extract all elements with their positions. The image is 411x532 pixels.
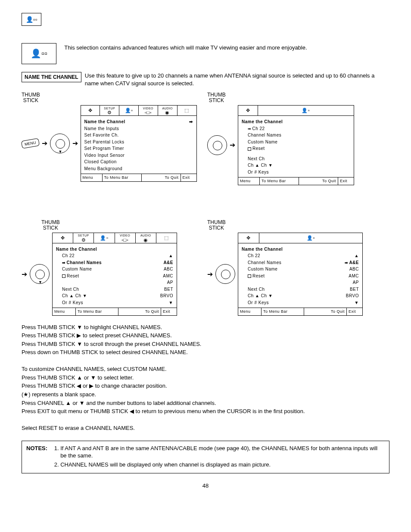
instruction-line: Press THUMB STICK ◀ or ▶ to change chara…: [22, 382, 389, 390]
menu-item: Ch 22: [62, 253, 75, 259]
instruction-line: Press down on THUMB STICK to select desi…: [22, 348, 389, 356]
arrow-right-icon: ➔: [42, 139, 47, 148]
menu-item[interactable]: Menu Background: [84, 166, 123, 172]
instruction-line: (★) represents a blank space.: [22, 391, 389, 398]
hint-text: Ch ▲ Ch ▼: [62, 293, 87, 299]
menu-screen-3: ✥ SETUP⚙ 👤▫ VIDEO▫□▫ AUDIO◉ ⬚ Name the C…: [52, 233, 177, 316]
menu-item[interactable]: Ch 22: [252, 126, 265, 131]
screen-title: Name the Channel: [84, 119, 125, 125]
hint-text: Ch ▲ Ch ▼: [248, 162, 273, 168]
screen-tabs: ✥ 👤▫: [238, 106, 354, 116]
arrow-right-icon: ➔: [72, 139, 78, 148]
instruction-line: Press THUMB STICK ▲ or ▼ to select lette…: [22, 374, 389, 382]
instruction-line: To customize CHANNEL NAMES, select CUSTO…: [22, 365, 389, 373]
thumb-stick-label: THUMBSTICK: [22, 92, 40, 103]
menu-screen-4: ✥ 👤▫ Name the Channel Ch 22▲ Channel Nam…: [238, 233, 363, 316]
menu-item[interactable]: Set Parental Locks: [84, 139, 125, 145]
reset-option[interactable]: Reset: [252, 146, 265, 151]
hint-text: Ch ▲ Ch ▼: [248, 293, 273, 299]
screen-footer: MenuTo Menu BarTo QuitExit: [238, 177, 354, 184]
screen-tabs: ✥ SETUP⚙ 👤▫ VIDEO▫□▫ AUDIO◉ ⬚: [53, 233, 177, 243]
screen-footer: MenuTo Menu BarTo QuitExit: [238, 308, 362, 315]
instruction-line: Press EXIT to quit menu or THUMB STICK ◀…: [22, 408, 389, 415]
instruction-line: Press THUMB STICK ▶ to select preset CHA…: [22, 332, 389, 339]
screen-footer: MenuTo Menu BarTo QuitExit: [53, 308, 177, 315]
menu-item[interactable]: Channel Names: [248, 132, 281, 138]
menu-item[interactable]: Set Favorite Ch.: [84, 132, 119, 138]
menu-screen-1: ✥ SETUP⚙ 👤▫ VIDEO▫□▫ AUDIO◉ ⬚ Name the C…: [81, 105, 197, 181]
hint-text: Or # Keys: [248, 169, 269, 175]
menu-item[interactable]: Custom Name: [248, 266, 277, 272]
menu-item[interactable]: Set Program Timer: [84, 146, 124, 152]
thumb-stick-label: THUMBSTICK: [207, 92, 226, 103]
screen-title: Name the Channel: [242, 246, 283, 252]
menu-button[interactable]: MENU: [21, 138, 40, 149]
notes-label: NOTES:: [26, 445, 47, 470]
menu-item[interactable]: Video Input Sensor: [84, 152, 125, 159]
instruction-line: Press CHANNEL ▲ or ▼ and the number butt…: [22, 399, 389, 407]
screen-title: Name the Channel: [56, 246, 97, 252]
page-number: 48: [22, 482, 389, 490]
menu-item[interactable]: Name the Inputs: [84, 126, 119, 132]
arrow-right-icon: ➔: [207, 270, 213, 279]
notes-box: NOTES: If ANT A and ANT B are in the sam…: [22, 441, 389, 474]
hint-text: Next Ch: [62, 286, 79, 292]
arrow-right-icon: ➔: [22, 270, 27, 279]
arrow-right-icon: ➔: [230, 140, 235, 150]
hint-text: Or # Keys: [248, 300, 269, 306]
screen-tabs: ✥ SETUP⚙ 👤▫ VIDEO▫□▫ AUDIO◉ ⬚: [81, 106, 196, 116]
menu-item[interactable]: Closed Caption: [84, 159, 117, 165]
reset-option[interactable]: Reset: [252, 274, 265, 278]
thumbstick-icon[interactable]: ▼: [50, 134, 70, 153]
note-item: CHANNEL NAMES will be displayed only whe…: [60, 461, 385, 469]
header-icon: 👤▫▫: [22, 13, 41, 26]
thumb-stick-label: THUMBSTICK: [207, 220, 226, 231]
menu-item: Ch 22: [248, 253, 260, 259]
hint-text: Next Ch: [248, 286, 265, 292]
feature-description: Use this feature to give up to 20 channe…: [85, 72, 389, 87]
menu-item[interactable]: Channel Names: [248, 260, 281, 266]
instruction-line: Press THUMB STICK ▼ to highlight CHANNEL…: [22, 324, 389, 331]
thumb-stick-label: THUMBSTICK: [41, 220, 60, 231]
screen-tabs: ✥ 👤▫: [238, 233, 362, 243]
hint-text: Next Ch: [248, 156, 265, 162]
hint-text: Or # Keys: [62, 300, 83, 306]
intro-text: This selection contains advanced feature…: [64, 43, 389, 52]
menu-screen-2: ✥ 👤▫ Name the Channel ➡Ch 22 Channel Nam…: [238, 105, 354, 185]
menu-item[interactable]: Custom Name: [62, 266, 92, 272]
menu-item-selected[interactable]: Channel Names: [67, 260, 102, 265]
thumbstick-icon[interactable]: [207, 135, 227, 155]
note-item: If ANT A and ANT B are in the same ANTEN…: [60, 445, 385, 460]
screen-footer: MenuTo Menu BarTo QuitExit: [81, 174, 196, 181]
screen-title: Name the Channel: [242, 119, 283, 125]
feature-label: NAME THE CHANNEL: [22, 72, 81, 82]
menu-item[interactable]: Custom Name: [248, 139, 277, 145]
instruction-line: Press THUMB STICK ▼ to scroll through th…: [22, 340, 389, 348]
thumbstick-icon[interactable]: [215, 264, 235, 284]
thumbstick-icon[interactable]: ▼: [30, 264, 50, 284]
instructions-block: Press THUMB STICK ▼ to highlight CHANNEL…: [22, 324, 389, 432]
section-icon: 👤▫▫: [22, 43, 56, 64]
instruction-line: Select RESET to erase a CHANNEL NAMES.: [22, 424, 389, 432]
reset-option[interactable]: Reset: [67, 274, 79, 278]
